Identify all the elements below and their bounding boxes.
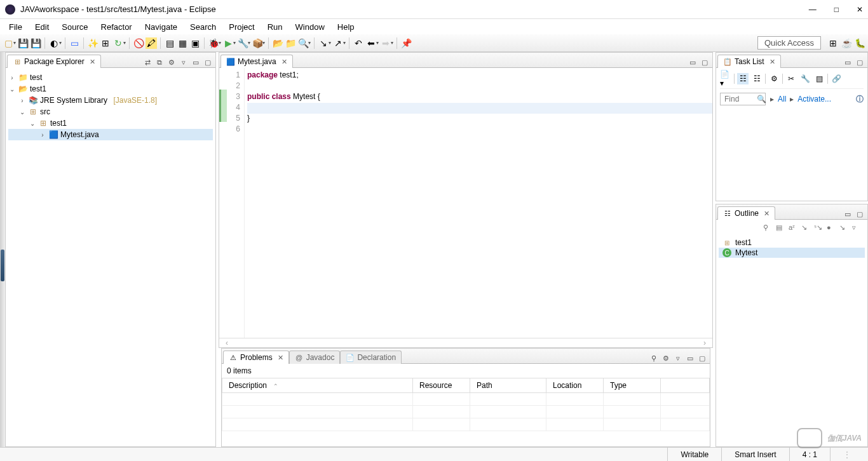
tab-mytest-java[interactable]: 🟦 Mytest.java ✕ <box>220 55 293 68</box>
debug-perspective-icon[interactable]: 🐛 <box>854 37 865 49</box>
last-edit-icon[interactable]: ↶ <box>353 37 364 49</box>
help-icon[interactable]: ⓘ <box>856 94 864 105</box>
close-button[interactable]: ✕ <box>857 5 863 14</box>
editor-body[interactable]: 123 456 package test1; public class Myte… <box>219 68 712 338</box>
minimize-icon[interactable]: ▭ <box>685 353 695 363</box>
tree-file-mytest[interactable]: ›🟦Mytest.java <box>8 129 213 140</box>
close-icon[interactable]: ✕ <box>764 210 770 218</box>
maximize-icon[interactable]: ▢ <box>855 209 865 219</box>
maximize-icon[interactable]: ▢ <box>855 57 865 67</box>
maximize-icon[interactable]: ▢ <box>700 57 710 67</box>
maximize-icon[interactable]: ▢ <box>203 57 213 67</box>
trim-handle[interactable] <box>1 250 4 281</box>
col-location[interactable]: Location <box>546 378 604 393</box>
menu-source[interactable]: Source <box>55 21 94 33</box>
tree-jre[interactable]: ›📚JRE System Library [JavaSE-1.8] <box>8 95 213 106</box>
tab-problems[interactable]: ⚠ Problems ✕ <box>223 351 289 364</box>
menu-search[interactable]: Search <box>184 21 222 33</box>
minimize-icon[interactable]: ▭ <box>843 209 853 219</box>
close-icon[interactable]: ✕ <box>90 58 95 66</box>
stop-icon[interactable]: 🚫 <box>133 37 144 49</box>
new-icon[interactable]: ▢ <box>3 37 14 49</box>
hide-static-icon[interactable]: ˢ↘ <box>814 224 824 234</box>
forward-icon[interactable]: ➡ <box>380 37 391 49</box>
back-icon[interactable]: ⬅ <box>365 37 377 49</box>
maximize-button[interactable]: □ <box>834 5 839 14</box>
next-annotation-icon[interactable]: ↘ <box>318 37 329 49</box>
outline-package[interactable]: ⊞ test1 <box>719 237 865 248</box>
menu-help[interactable]: Help <box>331 21 361 33</box>
focus-icon[interactable]: ⚲ <box>763 224 773 234</box>
open-icon[interactable]: 📁 <box>285 37 296 49</box>
link-icon[interactable]: 🔗 <box>831 73 842 84</box>
collapse-icon[interactable]: ▤ <box>813 73 825 84</box>
tree-project-test1[interactable]: ⌄📂test1 <box>8 83 213 95</box>
tree-src[interactable]: ⌄⊞src <box>8 106 213 117</box>
code-area[interactable]: package test1; public class Mytest { } <box>245 68 712 338</box>
save-icon[interactable]: 💾 <box>17 37 29 49</box>
highlight-icon[interactable]: 🖍 <box>146 37 157 49</box>
pin-icon[interactable]: 📌 <box>400 37 412 49</box>
focus-task-icon[interactable]: ⚙ <box>768 73 780 84</box>
hide-fields-icon[interactable]: ↘ <box>801 224 811 234</box>
coverage-icon[interactable]: 📦 <box>252 37 263 49</box>
menu-project[interactable]: Project <box>222 21 261 33</box>
tab-package-explorer[interactable]: ⊞ Package Explorer ✕ <box>7 55 101 68</box>
minimize-icon[interactable]: ▭ <box>688 57 698 67</box>
new-task-icon[interactable]: 📄▾ <box>720 73 731 84</box>
collapse-icon[interactable]: ▤ <box>164 37 175 49</box>
az-icon[interactable]: aᶻ <box>789 224 799 234</box>
close-icon[interactable]: ✕ <box>770 58 775 66</box>
view-menu-icon[interactable]: ▿ <box>673 353 683 363</box>
close-icon[interactable]: ✕ <box>278 354 283 362</box>
sort-icon[interactable]: ▤ <box>776 224 786 234</box>
editor-scrollbar[interactable]: ‹› <box>219 338 712 347</box>
minimize-icon[interactable]: ▭ <box>191 57 201 67</box>
maximize-icon[interactable]: ▢ <box>697 353 707 363</box>
tab-javadoc[interactable]: @ Javadoc <box>289 351 341 364</box>
menu-file[interactable]: File <box>3 21 29 33</box>
collapse-all-icon[interactable]: ⇄ <box>142 57 153 67</box>
view-menu-icon[interactable]: ▿ <box>179 57 189 67</box>
menu-navigate[interactable]: Navigate <box>139 21 184 33</box>
mark-icon[interactable]: ▣ <box>189 37 201 49</box>
java-perspective-icon[interactable]: ☕ <box>841 37 852 49</box>
tab-declaration[interactable]: 📄 Declaration <box>340 351 402 364</box>
view-menu-icon[interactable]: ▿ <box>852 224 862 234</box>
hide-icon[interactable]: ✂ <box>785 73 797 84</box>
menu-refactor[interactable]: Refactor <box>95 21 139 33</box>
filter-icon[interactable]: ⚙ <box>661 353 671 363</box>
toggle-icon[interactable]: ◐ <box>48 37 60 49</box>
col-type[interactable]: Type <box>604 378 661 393</box>
prev-annotation-icon[interactable]: ↗ <box>332 37 344 49</box>
open-perspective-icon[interactable]: ⊞ <box>827 37 839 49</box>
search-icon[interactable]: 🔍 <box>757 95 766 104</box>
minimize-button[interactable]: — <box>809 5 817 14</box>
tab-outline[interactable]: ☷ Outline ✕ <box>717 206 775 220</box>
filter-icon[interactable]: ⚙ <box>166 57 177 67</box>
col-resource[interactable]: Resource <box>413 378 470 393</box>
menu-run[interactable]: Run <box>261 21 289 33</box>
block-icon[interactable]: ▦ <box>177 37 188 49</box>
open-type-icon[interactable]: ▭ <box>69 37 80 49</box>
tab-task-list[interactable]: 📋 Task List ✕ <box>717 55 781 68</box>
search-icon[interactable]: 🔍 <box>297 37 309 49</box>
tree-package-test1[interactable]: ⌄⊞test1 <box>8 117 213 129</box>
sync-icon[interactable]: 🔧 <box>799 73 811 84</box>
activate-link[interactable]: Activate... <box>797 95 831 104</box>
minimize-icon[interactable]: ▭ <box>843 57 853 67</box>
close-icon[interactable]: ✕ <box>281 58 287 66</box>
menu-edit[interactable]: Edit <box>29 21 55 33</box>
tree-project-test[interactable]: ›📁test <box>8 72 213 83</box>
debug-icon[interactable]: 🐞 <box>208 37 219 49</box>
wand-icon[interactable]: ✨ <box>87 37 98 49</box>
schedule-icon[interactable]: ☷ <box>751 73 763 84</box>
menu-window[interactable]: Window <box>289 21 331 33</box>
new-project-icon[interactable]: 📂 <box>272 37 283 49</box>
package-icon[interactable]: ⊞ <box>100 37 111 49</box>
outline-class[interactable]: C Mytest <box>719 248 865 258</box>
refresh-icon[interactable]: ↻ <box>112 37 124 49</box>
all-link[interactable]: All <box>778 95 786 104</box>
col-path[interactable]: Path <box>470 378 546 393</box>
hide-nonpublic-icon[interactable]: ● <box>827 224 837 234</box>
